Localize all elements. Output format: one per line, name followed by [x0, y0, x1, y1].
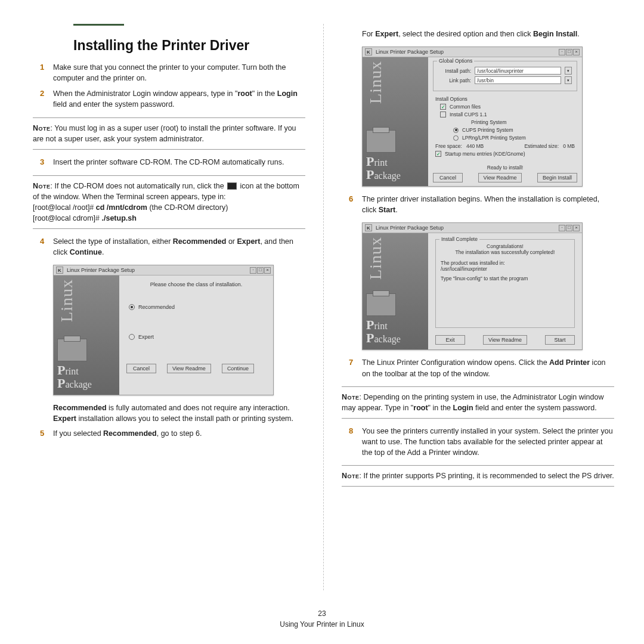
- complete-group: Install Complete Congratulations! The in…: [435, 239, 575, 328]
- screenshot-expert-options: K Linux Printer Package Setup · □ × Linu…: [362, 47, 583, 187]
- step-5: 5 If you selected Recommended, go to ste…: [40, 428, 305, 439]
- checkbox-icon: [440, 112, 446, 117]
- page-title: Installing the Printer Driver: [73, 38, 305, 54]
- radio-icon: [453, 128, 459, 133]
- view-readme-button[interactable]: View Readme: [483, 335, 527, 345]
- step-7: 7 The Linux Printer Configuration window…: [349, 357, 614, 379]
- step-text: Insert the printer software CD-ROM. The …: [53, 157, 305, 168]
- accent-bar: [73, 24, 124, 26]
- install-path-field: Install path: /usr/local/linuxprinter ▾: [438, 67, 572, 75]
- window-titlebar: K Linux Printer Package Setup · □ ×: [363, 47, 582, 57]
- screenshot-install-class: K Linux Printer Package Setup · □ × Linu…: [53, 265, 274, 395]
- dialog-content: Global Options Install path: /usr/local/…: [428, 57, 582, 186]
- section-label: Using Your Printer in Linux: [0, 619, 644, 630]
- expert-instruction: For Expert, select the desired option an…: [362, 29, 614, 39]
- button-row: Exit View Readme Start: [435, 335, 575, 345]
- close-icon[interactable]: ×: [573, 225, 580, 231]
- window-controls: · □ ×: [559, 49, 580, 55]
- step-number: 5: [40, 428, 53, 439]
- startup-check[interactable]: ✓ Startup menu entries (KDE/Gnome): [435, 151, 575, 157]
- window-controls: · □ ×: [250, 267, 271, 274]
- group-legend: Install Options: [435, 96, 575, 102]
- congrats-text: Congratulations!: [441, 243, 569, 249]
- page-number: 23: [0, 608, 644, 619]
- window-controls: · □ ×: [559, 225, 580, 231]
- radio-expert[interactable]: Expert: [129, 334, 266, 340]
- note-root-login: Note: You must log in as a super user (r…: [33, 117, 305, 150]
- link-path-input[interactable]: /usr/bin: [475, 76, 561, 84]
- cancel-button[interactable]: Cancel: [126, 364, 156, 373]
- note-label: Note: [342, 472, 360, 480]
- maximize-icon[interactable]: □: [257, 267, 264, 274]
- step-number: 3: [40, 157, 53, 168]
- view-readme-button[interactable]: View Readme: [478, 173, 522, 182]
- close-icon[interactable]: ×: [573, 49, 580, 55]
- right-column: For Expert, select the desired option an…: [342, 24, 614, 590]
- lpr-radio[interactable]: LPRng/LPR Printing System: [453, 135, 575, 141]
- link-path-field: Link path: /usr/bin ▾: [438, 76, 572, 84]
- printer-icon: [57, 339, 87, 361]
- dropdown-icon[interactable]: ▾: [565, 76, 572, 84]
- step-text: When the Administrator Login window appe…: [53, 88, 305, 110]
- note-label: Note: [342, 393, 360, 401]
- button-row: Cancel View Readme Begin Install: [433, 173, 577, 182]
- window-title: Linux Printer Package Setup: [374, 225, 556, 231]
- column-divider: [323, 24, 324, 590]
- dialog-prompt: Please choose the class of installation.: [126, 281, 266, 287]
- start-button[interactable]: Start: [545, 335, 575, 345]
- group-legend: Global Options: [437, 58, 474, 64]
- cups-radio[interactable]: CUPS Printing System: [453, 127, 575, 133]
- cancel-button[interactable]: Cancel: [433, 173, 463, 182]
- ready-label: Ready to install!: [433, 165, 577, 171]
- maximize-icon[interactable]: □: [566, 225, 572, 231]
- step-number: 7: [349, 357, 362, 379]
- continue-button[interactable]: Continue: [222, 364, 254, 373]
- dialog-content: Please choose the class of installation.…: [119, 275, 273, 395]
- install-path-input[interactable]: /usr/local/linuxprinter: [475, 67, 561, 75]
- note-ps-driver: Note: If the printer supports PS printin…: [342, 465, 614, 487]
- step-text: You see the printers currently installed…: [362, 426, 614, 458]
- window-title: Linux Printer Package Setup: [66, 267, 247, 273]
- step-text: The Linux Printer Configuration window o…: [362, 357, 614, 379]
- radio-recommended[interactable]: Recommended: [129, 304, 266, 310]
- window-title: Linux Printer Package Setup: [374, 49, 556, 55]
- step-4-detail: Recommended is fully automated and does …: [53, 402, 305, 424]
- step-number: 1: [40, 62, 53, 83]
- step-8: 8 You see the printers currently install…: [349, 426, 614, 458]
- package-label: PrintPackage: [57, 364, 116, 390]
- step-1: 1 Make sure that you connect the printer…: [40, 62, 305, 83]
- step-number: 2: [40, 88, 53, 110]
- app-icon: K: [365, 224, 372, 231]
- sidebar-graphic: Linux PrintPackage: [363, 233, 428, 349]
- exit-button[interactable]: Exit: [435, 335, 465, 345]
- install-options-group: Install Options ✓ Common files Install C…: [433, 95, 577, 160]
- minimize-icon[interactable]: ·: [250, 267, 256, 274]
- page-columns: Installing the Printer Driver 1 Make sur…: [0, 0, 644, 608]
- cups11-check[interactable]: Install CUPS 1.1: [440, 112, 575, 117]
- checkbox-icon: ✓: [435, 151, 441, 157]
- maximize-icon[interactable]: □: [566, 49, 572, 55]
- linux-label: Linux: [366, 237, 385, 280]
- linux-label: Linux: [57, 279, 76, 322]
- view-readme-button[interactable]: View Readme: [167, 364, 211, 373]
- minimize-icon[interactable]: ·: [559, 49, 565, 55]
- dropdown-icon[interactable]: ▾: [565, 67, 572, 75]
- size-stats: Free space: 440 MB Estimated size: 0 MB: [435, 143, 575, 149]
- sidebar-graphic: Linux PrintPackage: [363, 57, 428, 186]
- minimize-icon[interactable]: ·: [559, 225, 565, 231]
- window-titlebar: K Linux Printer Package Setup · □ ×: [363, 223, 582, 233]
- sidebar-graphic: Linux PrintPackage: [54, 275, 119, 395]
- step-text: The printer driver installation begins. …: [362, 194, 614, 215]
- group-legend: Install Complete: [439, 236, 479, 242]
- begin-install-button[interactable]: Begin Install: [537, 173, 577, 182]
- common-files-check[interactable]: ✓ Common files: [440, 104, 575, 110]
- printer-icon: [366, 293, 396, 316]
- start-hint: Type "linux-config" to start the program: [441, 275, 569, 281]
- linux-label: Linux: [366, 61, 385, 104]
- close-icon[interactable]: ×: [264, 267, 271, 274]
- screenshot-install-complete: K Linux Printer Package Setup · □ × Linu…: [362, 222, 583, 350]
- dialog-content: Install Complete Congratulations! The in…: [428, 233, 582, 349]
- step-text: Select the type of installation, either …: [53, 236, 305, 258]
- global-options-group: Global Options Install path: /usr/local/…: [433, 61, 577, 91]
- step-text: Make sure that you connect the printer t…: [53, 62, 305, 83]
